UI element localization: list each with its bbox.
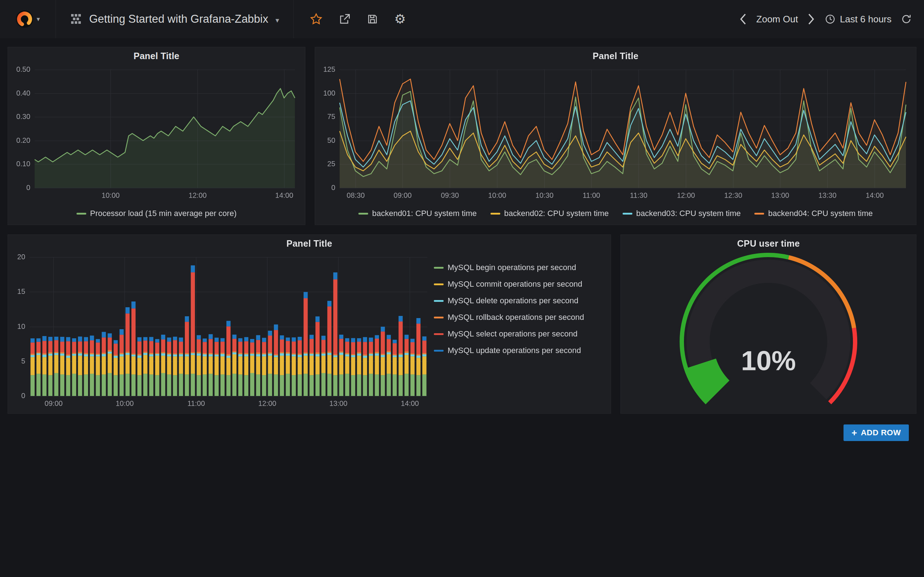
legend-item[interactable]: MySQL rollback operations per second bbox=[434, 313, 584, 322]
panel-title[interactable]: Panel Title bbox=[8, 47, 305, 64]
mysql-operations-chart-canvas[interactable] bbox=[11, 252, 434, 412]
legend-color-dash bbox=[434, 300, 444, 302]
caret-down-icon: ▾ bbox=[275, 16, 279, 24]
gear-icon: ⚙ bbox=[394, 13, 406, 26]
refresh-button[interactable] bbox=[901, 14, 912, 24]
legend-item[interactable]: MySQL select operations per second bbox=[434, 329, 577, 338]
legend-item-label: backend01: CPU system time bbox=[372, 209, 477, 218]
grafana-menu-button[interactable]: ▾ bbox=[0, 0, 56, 38]
legend-color-dash bbox=[76, 213, 86, 214]
legend-item[interactable]: backend03: CPU system time bbox=[623, 209, 741, 218]
legend-color-dash bbox=[434, 317, 444, 318]
legend-item[interactable]: Processor load (15 min average per core) bbox=[76, 209, 237, 218]
legend-item-label: MySQL delete operations per second bbox=[447, 296, 578, 305]
legend-color-dash bbox=[623, 213, 632, 214]
processor-load-chart-canvas[interactable] bbox=[11, 64, 301, 204]
save-icon bbox=[367, 13, 378, 25]
time-range-picker[interactable]: Last 6 hours bbox=[825, 14, 892, 25]
legend-color-dash bbox=[754, 213, 764, 214]
star-dashboard-button[interactable] bbox=[310, 13, 323, 26]
time-range-label: Last 6 hours bbox=[840, 14, 892, 25]
add-row-button[interactable]: + ADD ROW bbox=[843, 424, 909, 441]
panel-legend: backend01: CPU system timebackend02: CPU… bbox=[319, 204, 913, 223]
panel-legend: Processor load (15 min average per core) bbox=[11, 204, 301, 223]
cpu-user-time-gauge-canvas[interactable] bbox=[624, 252, 913, 412]
legend-item-label: MySQL begin operations per second bbox=[447, 263, 576, 272]
panel-title[interactable]: Panel Title bbox=[315, 47, 916, 64]
refresh-icon bbox=[901, 14, 912, 24]
save-dashboard-button[interactable] bbox=[367, 13, 378, 25]
dashboard-title: Getting Started with Grafana-Zabbix bbox=[89, 13, 268, 26]
legend-item[interactable]: backend01: CPU system time bbox=[359, 209, 477, 218]
settings-button[interactable]: ⚙ bbox=[394, 13, 406, 26]
legend-item-label: MySQL select operations per second bbox=[447, 329, 577, 338]
zoom-out-button[interactable]: Zoom Out bbox=[756, 14, 798, 25]
top-navbar: ▾ Getting Started with Grafana-Zabbix ▾ bbox=[0, 0, 924, 38]
panel-cpu-user-time: CPU user time bbox=[620, 234, 916, 414]
legend-item-label: MySQL update operations per second bbox=[447, 346, 581, 355]
add-row-label: ADD ROW bbox=[861, 428, 901, 437]
legend-item[interactable]: MySQL begin operations per second bbox=[434, 263, 576, 272]
legend-item-label: Processor load (15 min average per core) bbox=[90, 209, 237, 218]
legend-item[interactable]: backend04: CPU system time bbox=[754, 209, 873, 218]
time-shift-back-button[interactable] bbox=[739, 13, 747, 25]
chevron-left-icon bbox=[739, 13, 747, 25]
share-icon bbox=[339, 13, 351, 25]
legend-item-label: backend03: CPU system time bbox=[636, 209, 741, 218]
legend-item-label: MySQL commit operations per second bbox=[447, 279, 582, 289]
legend-color-dash bbox=[491, 213, 500, 214]
panel-cpu-system-time: Panel Title backend01: CPU system timeba… bbox=[315, 47, 916, 225]
legend-item[interactable]: MySQL update operations per second bbox=[434, 346, 581, 355]
star-icon bbox=[310, 13, 323, 26]
legend-color-dash bbox=[359, 213, 368, 214]
dashboard-grid: Panel Title Processor load (15 min avera… bbox=[0, 38, 924, 441]
panel-title[interactable]: Panel Title bbox=[8, 235, 611, 252]
legend-item-label: MySQL rollback operations per second bbox=[447, 313, 584, 322]
clock-icon bbox=[825, 14, 835, 24]
chevron-right-icon bbox=[808, 13, 815, 25]
panel-legend: MySQL begin operations per secondMySQL c… bbox=[434, 252, 607, 412]
dashboard-title-dropdown[interactable]: Getting Started with Grafana-Zabbix ▾ bbox=[56, 0, 294, 38]
legend-item-label: backend04: CPU system time bbox=[768, 209, 873, 218]
legend-color-dash bbox=[434, 333, 444, 335]
share-dashboard-button[interactable] bbox=[339, 13, 351, 25]
legend-item[interactable]: backend02: CPU system time bbox=[491, 209, 609, 218]
legend-color-dash bbox=[434, 284, 444, 285]
time-shift-forward-button[interactable] bbox=[808, 13, 815, 25]
legend-item[interactable]: MySQL delete operations per second bbox=[434, 296, 578, 305]
dashboard-grid-icon bbox=[70, 13, 82, 25]
legend-item-label: backend02: CPU system time bbox=[504, 209, 609, 218]
legend-item[interactable]: MySQL commit operations per second bbox=[434, 279, 582, 289]
cpu-system-time-chart-canvas[interactable] bbox=[319, 64, 913, 204]
legend-color-dash bbox=[434, 267, 444, 269]
panel-title[interactable]: CPU user time bbox=[621, 235, 916, 252]
legend-color-dash bbox=[434, 350, 444, 351]
caret-down-icon: ▾ bbox=[36, 15, 40, 23]
grafana-logo-icon bbox=[16, 10, 34, 28]
plus-icon: + bbox=[851, 428, 857, 437]
panel-mysql-operations: Panel Title MySQL begin operations per s… bbox=[8, 234, 611, 414]
panel-processor-load: Panel Title Processor load (15 min avera… bbox=[8, 47, 305, 225]
